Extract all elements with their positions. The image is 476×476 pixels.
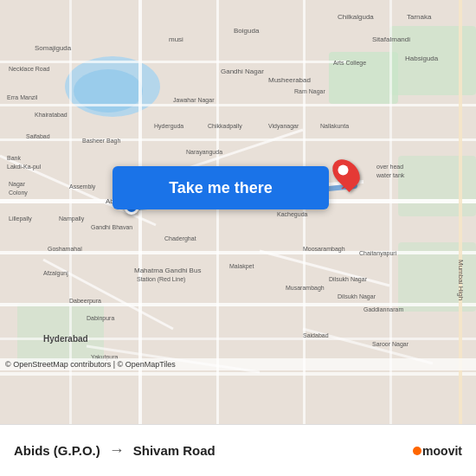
svg-text:Chilkalguda: Chilkalguda	[338, 13, 374, 21]
svg-text:Sitafalmandi: Sitafalmandi	[372, 35, 410, 43]
svg-text:musi: musi	[169, 35, 183, 43]
svg-text:Moosarambagh: Moosarambagh	[303, 246, 345, 253]
svg-text:Khairatabad: Khairatabad	[35, 112, 68, 118]
svg-text:Musarambagh: Musarambagh	[286, 285, 325, 292]
svg-text:water tank: water tank	[376, 172, 405, 178]
svg-text:Dabeerpura: Dabeerpura	[69, 298, 101, 305]
svg-rect-13	[0, 61, 346, 63]
svg-text:Erra Manzil: Erra Manzil	[7, 94, 38, 100]
svg-text:Station (Red Line): Station (Red Line)	[137, 276, 185, 283]
svg-text:Gandhi Nagar: Gandhi Nagar	[221, 68, 264, 75]
svg-text:Nallakunta: Nallakunta	[320, 123, 349, 129]
take-me-there-button[interactable]: Take me there	[113, 166, 329, 209]
svg-text:Arts College: Arts College	[333, 60, 366, 67]
svg-text:Afzalgunj: Afzalgunj	[43, 270, 68, 277]
svg-text:Chikkadpally: Chikkadpally	[208, 123, 242, 130]
svg-text:Saroor Nagar: Saroor Nagar	[372, 341, 409, 348]
svg-text:Saidabad: Saidabad	[303, 332, 329, 338]
svg-text:Habsiguda: Habsiguda	[405, 55, 439, 62]
destination-label: Shivam Road	[133, 443, 215, 458]
route-info: Abids (G.P.O.) → Shivam Road	[14, 441, 413, 460]
svg-text:Dabinpura: Dabinpura	[87, 315, 114, 322]
svg-text:Nagar: Nagar	[9, 181, 26, 188]
svg-text:Lillepally: Lillepally	[9, 215, 32, 222]
svg-text:Ram Nagar: Ram Nagar	[294, 88, 325, 95]
origin-label: Abids (G.P.O.)	[14, 443, 100, 458]
svg-text:Saifabad: Saifabad	[26, 133, 50, 139]
svg-text:Gandhi Bhavan: Gandhi Bhavan	[91, 224, 132, 230]
svg-text:over head: over head	[376, 164, 403, 170]
svg-text:Somajiguda: Somajiguda	[35, 44, 72, 52]
svg-text:Boiguda: Boiguda	[234, 27, 260, 35]
svg-text:Basheer Bagh: Basheer Bagh	[82, 138, 120, 145]
svg-text:Goshamahal: Goshamahal	[48, 246, 82, 252]
svg-text:Assembly: Assembly	[69, 183, 96, 190]
map-container: Somajiguda musi Boiguda Chilkalguda Tarn…	[0, 0, 476, 424]
svg-text:Lakdi-Ka-pul: Lakdi-Ka-pul	[7, 164, 42, 170]
moovit-logo: moovit	[413, 444, 462, 458]
svg-text:Chaitanyapuri: Chaitanyapuri	[359, 250, 397, 257]
svg-text:Dilsukh Nagar: Dilsukh Nagar	[338, 293, 376, 300]
svg-text:Mumbai High: Mumbai High	[457, 260, 465, 300]
svg-text:Chaderghat: Chaderghat	[164, 235, 196, 242]
svg-text:Jawahar Nagar: Jawahar Nagar	[173, 97, 215, 104]
map-attribution: © OpenStreetMap contributors | © OpenMap…	[0, 358, 476, 370]
svg-text:Necklace Road: Necklace Road	[9, 66, 50, 72]
svg-text:Malakpet: Malakpet	[229, 263, 254, 270]
svg-text:Mahatma Gandhi Bus: Mahatma Gandhi Bus	[134, 267, 201, 274]
svg-rect-7	[398, 156, 476, 216]
svg-text:Narayanguda: Narayanguda	[186, 149, 222, 156]
moovit-dot-icon	[413, 447, 421, 455]
svg-text:Gaddiannaram: Gaddiannaram	[363, 306, 403, 312]
route-arrow-icon: →	[109, 441, 125, 460]
moovit-brand-text: moovit	[422, 444, 462, 458]
svg-text:Nampally: Nampally	[59, 215, 85, 222]
svg-text:Colony: Colony	[9, 190, 28, 196]
svg-text:Tarnaka: Tarnaka	[407, 13, 432, 21]
svg-text:Hyderabad: Hyderabad	[43, 334, 88, 344]
svg-text:Hyderguda: Hyderguda	[154, 123, 183, 130]
svg-text:Bank: Bank	[7, 155, 21, 161]
svg-text:Vidyanagar: Vidyanagar	[268, 123, 299, 130]
svg-text:Musheerabad: Musheerabad	[268, 76, 311, 84]
svg-text:Dilsukh Nagar: Dilsukh Nagar	[329, 276, 368, 283]
svg-text:Kacheguda: Kacheguda	[277, 211, 308, 218]
bottom-bar: Abids (G.P.O.) → Shivam Road moovit	[0, 424, 476, 476]
